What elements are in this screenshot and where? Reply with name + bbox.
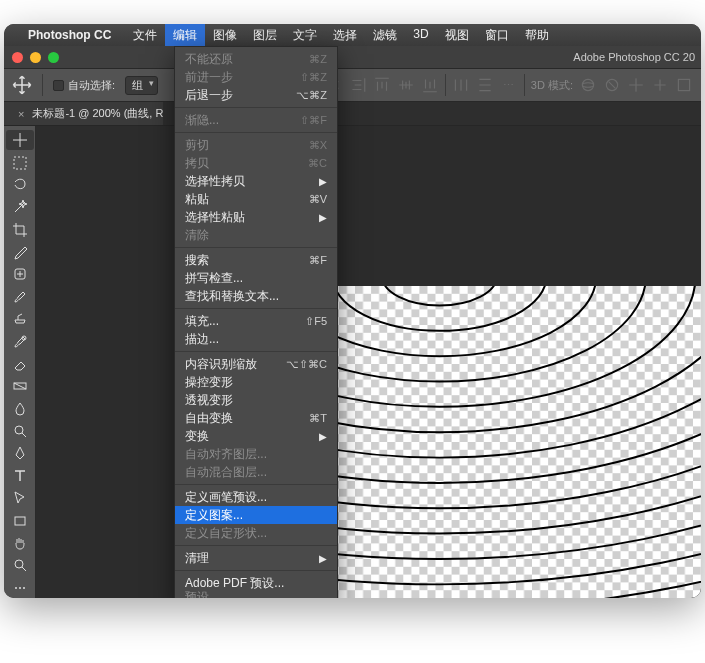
more-align-icon[interactable]: ⋯ (500, 76, 518, 94)
svg-point-8 (15, 426, 23, 434)
document-tab-bar: × 未标题-1 @ 200% (曲线, R (4, 102, 701, 126)
clone-stamp-tool[interactable] (6, 309, 34, 329)
svg-point-11 (15, 587, 17, 589)
svg-point-1 (582, 83, 593, 88)
window-title: Adobe Photoshop CC 20 (4, 51, 701, 63)
menu-item-前进一步: 前进一步⇧⌘Z (175, 68, 337, 86)
3d-mode-label: 3D 模式: (531, 78, 573, 93)
move-tool-indicator-icon (12, 75, 32, 95)
eraser-tool[interactable] (6, 354, 34, 374)
3d-orbit-icon[interactable] (579, 76, 597, 94)
menu-item-不能还原: 不能还原⌘Z (175, 50, 337, 68)
auto-select-dropdown[interactable]: 组 (125, 76, 158, 95)
menu-item-变换[interactable]: 变换▶ (175, 427, 337, 445)
3d-roll-icon[interactable] (603, 76, 621, 94)
magic-wand-tool[interactable] (6, 197, 34, 217)
tools-panel (4, 126, 36, 598)
svg-rect-4 (14, 157, 26, 169)
path-select-tool[interactable] (6, 488, 34, 508)
svg-rect-9 (15, 517, 25, 525)
edit-menu-dropdown: 不能还原⌘Z前进一步⇧⌘Z后退一步⌥⌘Z渐隐...⇧⌘F剪切⌘X拷贝⌘C选择性拷… (174, 46, 338, 598)
menu-item-剪切: 剪切⌘X (175, 136, 337, 154)
menu-图层[interactable]: 图层 (245, 24, 285, 47)
svg-point-10 (15, 560, 23, 568)
menu-item-自动对齐图层: 自动对齐图层... (175, 445, 337, 463)
3d-pan-icon[interactable] (627, 76, 645, 94)
menu-窗口[interactable]: 窗口 (477, 24, 517, 47)
gradient-tool[interactable] (6, 376, 34, 396)
separator (42, 74, 43, 96)
menu-item-拼写检查[interactable]: 拼写检查... (175, 269, 337, 287)
lasso-tool[interactable] (6, 175, 34, 195)
eyedropper-tool[interactable] (6, 242, 34, 262)
dodge-tool[interactable] (6, 421, 34, 441)
3d-scale-icon[interactable] (675, 76, 693, 94)
menu-item-透视变形[interactable]: 透视变形 (175, 391, 337, 409)
svg-point-0 (582, 79, 593, 90)
menu-item-拷贝: 拷贝⌘C (175, 154, 337, 172)
canvas-gutter (36, 126, 178, 598)
menu-item-清除: 清除 (175, 226, 337, 244)
menu-bar-items: 文件编辑图像图层文字选择滤镜3D视图窗口帮助 (125, 24, 556, 47)
align-vcenter-icon[interactable] (397, 76, 415, 94)
document-tab[interactable]: 未标题-1 @ 200% (曲线, R (32, 106, 163, 121)
menu-item-清理[interactable]: 清理▶ (175, 549, 337, 567)
menu-item-内容识别缩放[interactable]: 内容识别缩放⌥⇧⌘C (175, 355, 337, 373)
menu-item-选择性粘贴[interactable]: 选择性粘贴▶ (175, 208, 337, 226)
menu-视图[interactable]: 视图 (437, 24, 477, 47)
menu-选择[interactable]: 选择 (325, 24, 365, 47)
menu-滤镜[interactable]: 滤镜 (365, 24, 405, 47)
svg-rect-3 (678, 79, 689, 90)
history-brush-tool[interactable] (6, 331, 34, 351)
options-bar: 自动选择: 组 ⋯ 3D 模式: (4, 68, 701, 102)
menu-item-搜索[interactable]: 搜索⌘F (175, 251, 337, 269)
hand-tool[interactable] (6, 533, 34, 553)
menu-item-后退一步[interactable]: 后退一步⌥⌘Z (175, 86, 337, 104)
menu-item-定义画笔预设[interactable]: 定义画笔预设... (175, 488, 337, 506)
menu-文字[interactable]: 文字 (285, 24, 325, 47)
menu-item-预设: 预设 (175, 592, 337, 598)
type-tool[interactable] (6, 466, 34, 486)
menu-item-渐隐: 渐隐...⇧⌘F (175, 111, 337, 129)
menu-图像[interactable]: 图像 (205, 24, 245, 47)
menu-item-定义自定形状: 定义自定形状... (175, 524, 337, 542)
svg-point-13 (23, 587, 25, 589)
brush-tool[interactable] (6, 287, 34, 307)
menu-编辑[interactable]: 编辑 (165, 24, 205, 47)
move-tool[interactable] (6, 130, 34, 150)
menu-item-自由变换[interactable]: 自由变换⌘T (175, 409, 337, 427)
3d-slide-icon[interactable] (651, 76, 669, 94)
menu-item-填充[interactable]: 填充...⇧F5 (175, 312, 337, 330)
separator (524, 74, 525, 96)
align-top-icon[interactable] (373, 76, 391, 94)
crop-tool[interactable] (6, 220, 34, 240)
align-bottom-icon[interactable] (421, 76, 439, 94)
menu-item-粘贴[interactable]: 粘贴⌘V (175, 190, 337, 208)
close-tab-icon[interactable]: × (18, 108, 24, 120)
menu-文件[interactable]: 文件 (125, 24, 165, 47)
menu-帮助[interactable]: 帮助 (517, 24, 557, 47)
distribute-v-icon[interactable] (476, 76, 494, 94)
pen-tool[interactable] (6, 443, 34, 463)
window-titlebar: Adobe Photoshop CC 20 (4, 46, 701, 68)
align-right-icon[interactable] (349, 76, 367, 94)
zoom-tool[interactable] (6, 555, 34, 575)
rectangle-tool[interactable] (6, 510, 34, 530)
rect-marquee-tool[interactable] (6, 152, 34, 172)
app-name[interactable]: Photoshop CC (28, 28, 111, 42)
menu-item-描边[interactable]: 描边... (175, 330, 337, 348)
menu-item-选择性拷贝[interactable]: 选择性拷贝▶ (175, 172, 337, 190)
canvas-area (36, 126, 701, 598)
menu-item-操控变形[interactable]: 操控变形 (175, 373, 337, 391)
healing-brush-tool[interactable] (6, 264, 34, 284)
blur-tool[interactable] (6, 399, 34, 419)
menu-3D[interactable]: 3D (405, 24, 436, 47)
menu-item-定义图案[interactable]: 定义图案... (175, 506, 337, 524)
auto-select-label: 自动选择: (68, 79, 115, 91)
menu-item-查找和替换文本[interactable]: 查找和替换文本... (175, 287, 337, 305)
menu-item-自动混合图层: 自动混合图层... (175, 463, 337, 481)
auto-select-checkbox[interactable]: 自动选择: (53, 78, 115, 93)
separator (445, 74, 446, 96)
edit-toolbar[interactable] (6, 578, 34, 598)
distribute-h-icon[interactable] (452, 76, 470, 94)
